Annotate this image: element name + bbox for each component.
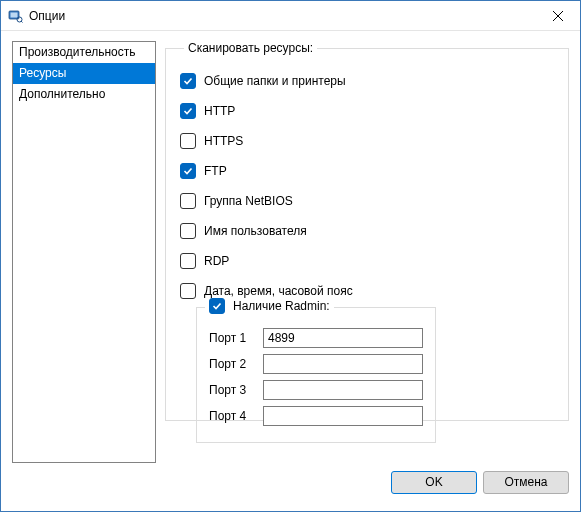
sidebar-item-advanced[interactable]: Дополнительно <box>13 84 155 105</box>
checkbox-radmin[interactable] <box>209 298 225 314</box>
port-label: Порт 4 <box>209 409 263 423</box>
content-area: Производительность Ресурсы Дополнительно… <box>1 31 580 463</box>
checkbox-option-0[interactable] <box>180 73 196 89</box>
window-title: Опции <box>29 9 535 23</box>
port-input-1[interactable] <box>263 328 423 348</box>
group-legend: Сканировать ресурсы: <box>184 41 317 55</box>
port-row: Порт 2 <box>209 354 423 374</box>
svg-rect-1 <box>11 12 18 17</box>
port-label: Порт 1 <box>209 331 263 345</box>
option-row: RDP <box>180 253 554 269</box>
port-input-2[interactable] <box>263 354 423 374</box>
checkbox-option-6[interactable] <box>180 253 196 269</box>
option-label: RDP <box>204 254 229 268</box>
checkmark-icon <box>183 76 193 86</box>
checkmark-icon <box>183 106 193 116</box>
sidebar: Производительность Ресурсы Дополнительно <box>12 41 156 463</box>
scan-resources-group: Сканировать ресурсы: Общие папки и принт… <box>165 41 569 421</box>
option-label: Общие папки и принтеры <box>204 74 346 88</box>
radmin-subgroup: Наличие Radmin: Порт 1Порт 2Порт 3Порт 4 <box>196 307 436 443</box>
option-row: FTP <box>180 163 554 179</box>
checkmark-icon <box>212 301 222 311</box>
option-row: Имя пользователя <box>180 223 554 239</box>
checkbox-option-2[interactable] <box>180 133 196 149</box>
close-icon <box>553 11 563 21</box>
sidebar-item-label: Дополнительно <box>19 87 105 101</box>
sidebar-item-resources[interactable]: Ресурсы <box>13 63 155 84</box>
footer: OK Отмена <box>1 463 580 501</box>
option-label: FTP <box>204 164 227 178</box>
option-row: HTTPS <box>180 133 554 149</box>
ok-button[interactable]: OK <box>391 471 477 494</box>
main-panel: Сканировать ресурсы: Общие папки и принт… <box>156 41 569 463</box>
option-label: Имя пользователя <box>204 224 307 238</box>
port-row: Порт 4 <box>209 406 423 426</box>
port-input-3[interactable] <box>263 380 423 400</box>
sidebar-item-label: Производительность <box>19 45 135 59</box>
svg-line-3 <box>21 21 23 23</box>
port-row: Порт 1 <box>209 328 423 348</box>
option-label: Дата, время, часовой пояс <box>204 284 353 298</box>
option-label: HTTPS <box>204 134 243 148</box>
port-input-4[interactable] <box>263 406 423 426</box>
radmin-label: Наличие Radmin: <box>233 299 330 313</box>
option-label: HTTP <box>204 104 235 118</box>
checkmark-icon <box>183 166 193 176</box>
sidebar-item-label: Ресурсы <box>19 66 66 80</box>
app-icon <box>7 8 23 24</box>
option-row: Дата, время, часовой пояс <box>180 283 554 299</box>
checkbox-option-7[interactable] <box>180 283 196 299</box>
option-row: HTTP <box>180 103 554 119</box>
checkbox-option-5[interactable] <box>180 223 196 239</box>
checkbox-option-1[interactable] <box>180 103 196 119</box>
titlebar: Опции <box>1 1 580 31</box>
close-button[interactable] <box>535 1 580 31</box>
option-label: Группа NetBIOS <box>204 194 293 208</box>
checkbox-option-4[interactable] <box>180 193 196 209</box>
port-label: Порт 3 <box>209 383 263 397</box>
checkbox-option-3[interactable] <box>180 163 196 179</box>
port-label: Порт 2 <box>209 357 263 371</box>
cancel-button[interactable]: Отмена <box>483 471 569 494</box>
option-row: Группа NetBIOS <box>180 193 554 209</box>
sidebar-item-performance[interactable]: Производительность <box>13 42 155 63</box>
option-row: Общие папки и принтеры <box>180 73 554 89</box>
port-row: Порт 3 <box>209 380 423 400</box>
